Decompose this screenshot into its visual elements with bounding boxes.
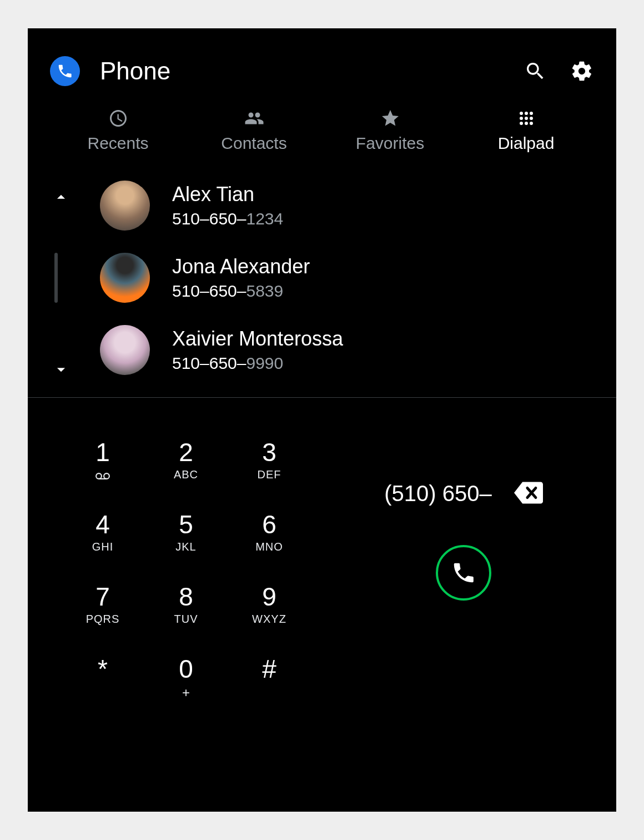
phone-icon bbox=[451, 560, 476, 586]
svg-point-1 bbox=[525, 112, 528, 115]
svg-point-7 bbox=[525, 122, 528, 125]
contact-info: Alex Tian 510–650–1234 bbox=[172, 183, 283, 228]
svg-point-8 bbox=[530, 122, 533, 125]
dial-right-panel: (510) 650– bbox=[333, 426, 594, 709]
scroll-down-button[interactable] bbox=[50, 358, 72, 381]
avatar bbox=[100, 325, 150, 375]
dialed-number: (510) 650– bbox=[384, 481, 491, 506]
key-5[interactable]: 5 JKL bbox=[144, 498, 228, 564]
star-icon bbox=[380, 108, 400, 128]
tab-contacts[interactable]: Contacts bbox=[186, 108, 322, 164]
tab-label: Contacts bbox=[221, 134, 286, 153]
phone-icon bbox=[57, 63, 73, 79]
backspace-button[interactable] bbox=[514, 482, 543, 506]
search-icon bbox=[524, 60, 546, 82]
contact-name: Alex Tian bbox=[172, 183, 283, 206]
avatar bbox=[100, 253, 150, 303]
contact-row[interactable]: Jona Alexander 510–650–5839 bbox=[100, 253, 616, 303]
key-star[interactable]: * bbox=[61, 642, 144, 709]
dialed-number-row: (510) 650– bbox=[333, 481, 594, 506]
clock-icon bbox=[108, 108, 128, 128]
app-header: Phone bbox=[28, 28, 616, 103]
scroll-indicator bbox=[54, 253, 58, 303]
phone-app: Phone Recents Contact bbox=[28, 28, 616, 812]
app-icon bbox=[50, 56, 80, 86]
scroll-up-button[interactable] bbox=[50, 186, 72, 208]
tab-bar: Recents Contacts Favorites Dialpad bbox=[28, 108, 616, 164]
svg-point-6 bbox=[520, 122, 523, 125]
avatar bbox=[100, 181, 150, 231]
key-9[interactable]: 9 WXYZ bbox=[228, 570, 311, 637]
contact-number: 510–650–1234 bbox=[172, 209, 283, 228]
tab-recents[interactable]: Recents bbox=[50, 108, 186, 164]
tab-label: Favorites bbox=[356, 134, 424, 153]
contact-list: Alex Tian 510–650–1234 Jona Alexander 51… bbox=[100, 181, 616, 375]
backspace-icon bbox=[514, 482, 543, 504]
call-button[interactable] bbox=[436, 545, 491, 601]
key-hash[interactable]: # bbox=[228, 642, 311, 709]
chevron-down-icon bbox=[52, 360, 71, 379]
settings-button[interactable] bbox=[570, 59, 594, 83]
key-8[interactable]: 8 TUV bbox=[144, 570, 228, 637]
key-6[interactable]: 6 MNO bbox=[228, 498, 311, 564]
dialpad-icon bbox=[516, 108, 536, 128]
tab-label: Recents bbox=[87, 134, 148, 153]
svg-point-5 bbox=[530, 117, 533, 120]
contact-number: 510–650–5839 bbox=[172, 282, 310, 301]
divider bbox=[28, 397, 616, 398]
chevron-up-icon bbox=[52, 188, 71, 207]
key-2[interactable]: 2 ABC bbox=[144, 426, 228, 492]
key-3[interactable]: 3 DEF bbox=[228, 426, 311, 492]
contact-row[interactable]: Xaivier Monterossa 510–650–9990 bbox=[100, 325, 616, 375]
contact-name: Xaivier Monterossa bbox=[172, 327, 343, 351]
svg-point-10 bbox=[104, 473, 109, 479]
key-0[interactable]: 0 + bbox=[144, 642, 228, 709]
svg-point-3 bbox=[520, 117, 523, 120]
key-7[interactable]: 7 PQRS bbox=[61, 570, 144, 637]
svg-point-9 bbox=[96, 473, 102, 479]
app-title: Phone bbox=[100, 57, 523, 85]
svg-point-0 bbox=[520, 112, 523, 115]
tab-dialpad[interactable]: Dialpad bbox=[458, 108, 594, 164]
contact-number: 510–650–9990 bbox=[172, 354, 343, 373]
contact-info: Jona Alexander 510–650–5839 bbox=[172, 255, 310, 301]
tab-favorites[interactable]: Favorites bbox=[322, 108, 458, 164]
contact-name: Jona Alexander bbox=[172, 255, 310, 278]
svg-point-4 bbox=[525, 117, 528, 120]
tab-label: Dialpad bbox=[498, 134, 555, 153]
people-icon bbox=[243, 108, 265, 128]
gear-icon bbox=[570, 59, 593, 83]
voicemail-icon bbox=[95, 468, 110, 481]
contact-info: Xaivier Monterossa 510–650–9990 bbox=[172, 327, 343, 373]
svg-point-2 bbox=[530, 112, 533, 115]
search-button[interactable] bbox=[523, 59, 547, 83]
key-1[interactable]: 1 bbox=[61, 426, 144, 492]
key-4[interactable]: 4 GHI bbox=[61, 498, 144, 564]
header-actions bbox=[523, 59, 594, 83]
dialpad-area: 1 2 ABC 3 DEF 4 GHI 5 JKL 6 bbox=[28, 398, 616, 709]
suggestions-area: Alex Tian 510–650–1234 Jona Alexander 51… bbox=[28, 164, 616, 398]
contact-row[interactable]: Alex Tian 510–650–1234 bbox=[100, 181, 616, 231]
keypad: 1 2 ABC 3 DEF 4 GHI 5 JKL 6 bbox=[61, 426, 311, 709]
